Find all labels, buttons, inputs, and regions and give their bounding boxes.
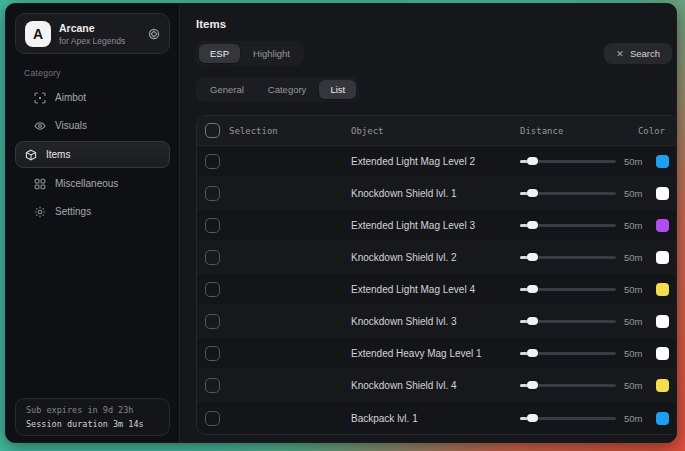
distance-slider[interactable] (520, 256, 616, 259)
row-checkbox[interactable] (205, 346, 220, 361)
color-swatch[interactable] (656, 155, 669, 168)
category-section-label: Category (24, 68, 179, 78)
slider-thumb[interactable] (527, 317, 538, 325)
arcane-window: A Arcane for Apex Legends Category Aimbo… (5, 3, 677, 443)
sidebar-item-settings[interactable]: Settings (15, 198, 170, 225)
search-button[interactable]: ✕ Search (604, 43, 672, 64)
slider-thumb[interactable] (527, 253, 538, 261)
tab-list[interactable]: List (319, 80, 356, 99)
tab-category[interactable]: Category (257, 80, 318, 99)
sidebar-item-visuals[interactable]: Visuals (15, 112, 170, 139)
app-subtitle: for Apex Legends (59, 36, 125, 46)
slider-thumb[interactable] (527, 349, 538, 357)
page-title: Items (196, 18, 677, 30)
app-title: Arcane (59, 21, 125, 35)
main-panel: Items ESP Highlight ✕ Search General Cat… (179, 4, 677, 442)
emblem-icon[interactable] (148, 28, 160, 40)
tab-esp[interactable]: ESP (199, 44, 240, 63)
select-all-checkbox[interactable] (205, 123, 220, 138)
sidebar-item-label: Items (46, 149, 70, 160)
color-swatch[interactable] (656, 251, 669, 264)
object-label: Extended Light Mag Level 4 (351, 284, 520, 295)
sidebar-item-label: Aimbot (55, 92, 86, 103)
table-row: Knockdown Shield lvl. 1 50m (197, 178, 677, 210)
distance-slider[interactable] (520, 224, 616, 227)
object-label: Backpack lvl. 1 (351, 413, 520, 424)
color-swatch[interactable] (656, 347, 669, 360)
tab-general[interactable]: General (199, 80, 255, 99)
slider-thumb[interactable] (527, 381, 538, 389)
sidebar-item-label: Miscellaneous (55, 178, 118, 189)
color-swatch[interactable] (656, 412, 669, 425)
distance-slider[interactable] (520, 352, 616, 355)
distance-cell: 50m (520, 251, 677, 264)
slider-thumb[interactable] (527, 414, 538, 422)
column-header-selection: Selection (229, 126, 351, 136)
column-header-object: Object (351, 126, 520, 136)
color-swatch[interactable] (656, 219, 669, 232)
row-checkbox[interactable] (205, 186, 220, 201)
object-label: Extended Light Mag Level 2 (351, 156, 520, 167)
distance-cell: 50m (520, 283, 677, 296)
row-checkbox[interactable] (205, 250, 220, 265)
crosshair-icon (34, 92, 46, 104)
session-duration-text: Session duration 3m 14s (26, 418, 159, 432)
table-row: Extended Heavy Mag Level 1 50m (197, 338, 677, 370)
color-swatch[interactable] (656, 283, 669, 296)
table-body: Extended Light Mag Level 2 50m Knockdown… (197, 146, 677, 434)
distance-cell: 50m (520, 412, 677, 425)
column-header-color: Color (633, 126, 677, 136)
row-checkbox[interactable] (205, 154, 220, 169)
sidebar-item-label: Settings (55, 206, 91, 217)
sidebar-item-aimbot[interactable]: Aimbot (15, 84, 170, 111)
color-swatch[interactable] (656, 187, 669, 200)
distance-value: 50m (624, 252, 648, 263)
app-logo: A (25, 21, 51, 47)
distance-slider[interactable] (520, 160, 616, 163)
table-row: Extended Light Mag Level 3 50m (197, 210, 677, 242)
distance-cell: 50m (520, 219, 677, 232)
distance-cell: 50m (520, 347, 677, 360)
sidebar: A Arcane for Apex Legends Category Aimbo… (6, 4, 179, 442)
color-swatch[interactable] (656, 379, 669, 392)
object-label: Extended Light Mag Level 3 (351, 220, 520, 231)
sub-expiry-text: Sub expires in 9d 23h (26, 404, 159, 418)
column-header-distance: Distance (520, 126, 633, 136)
sidebar-item-label: Visuals (55, 120, 87, 131)
table-row: Knockdown Shield lvl. 4 50m (197, 370, 677, 402)
distance-value: 50m (624, 348, 648, 359)
distance-slider[interactable] (520, 320, 616, 323)
row-checkbox[interactable] (205, 314, 220, 329)
object-label: Knockdown Shield lvl. 1 (351, 188, 520, 199)
distance-value: 50m (624, 220, 648, 231)
grid-icon (34, 178, 46, 190)
row-checkbox[interactable] (205, 282, 220, 297)
distance-cell: 50m (520, 187, 677, 200)
distance-cell: 50m (520, 315, 677, 328)
app-header-card: A Arcane for Apex Legends (15, 13, 170, 54)
slider-thumb[interactable] (527, 221, 538, 229)
row-checkbox[interactable] (205, 218, 220, 233)
distance-value: 50m (624, 380, 648, 391)
slider-thumb[interactable] (527, 157, 538, 165)
distance-slider[interactable] (520, 417, 616, 420)
slider-thumb[interactable] (527, 285, 538, 293)
distance-value: 50m (624, 156, 648, 167)
subscription-status-card: Sub expires in 9d 23h Session duration 3… (15, 398, 170, 436)
desktop-background: A Arcane for Apex Legends Category Aimbo… (0, 0, 685, 451)
object-label: Knockdown Shield lvl. 3 (351, 316, 520, 327)
sidebar-item-miscellaneous[interactable]: Miscellaneous (15, 170, 170, 197)
distance-slider[interactable] (520, 192, 616, 195)
tab-highlight[interactable]: Highlight (242, 44, 301, 63)
color-swatch[interactable] (656, 315, 669, 328)
object-label: Extended Heavy Mag Level 1 (351, 348, 520, 359)
search-button-label: Search (630, 48, 660, 59)
sidebar-item-items[interactable]: Items (15, 141, 170, 168)
row-checkbox[interactable] (205, 411, 220, 426)
distance-slider[interactable] (520, 288, 616, 291)
distance-value: 50m (624, 413, 648, 424)
app-header-text: Arcane for Apex Legends (59, 21, 125, 45)
row-checkbox[interactable] (205, 378, 220, 393)
slider-thumb[interactable] (527, 189, 538, 197)
distance-slider[interactable] (520, 384, 616, 387)
